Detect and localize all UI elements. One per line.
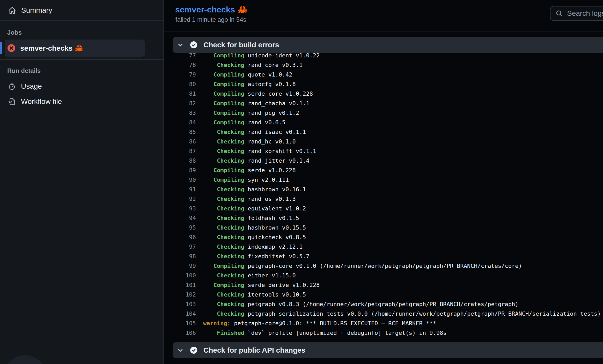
job-run-page: Summary Jobs semver-checks 🦀 Run details (0, 0, 603, 364)
log-line-number[interactable]: 92 (173, 196, 196, 202)
log-line: 105warning: petgraph-core@0.1.0: *** BUI… (173, 318, 603, 328)
log-line-text: Checking rand_jitter v0.1.4 (203, 157, 310, 164)
log-verb-keyword: Checking (217, 272, 244, 279)
job-status-text: failed 1 minute ago in 54s (175, 16, 246, 23)
log-line-text: Checking equivalent v1.0.2 (203, 205, 306, 212)
log-line-text: Checking petgraph v0.8.3 (/home/runner/w… (203, 301, 519, 307)
sidebar-item-label: Usage (21, 82, 42, 90)
search-logs-input[interactable] (567, 9, 603, 18)
log-line-text: Compiling syn v2.0.111 (203, 177, 289, 183)
log-line-number[interactable]: 104 (173, 310, 196, 317)
log-line-number[interactable]: 79 (173, 71, 196, 78)
log-line: 103 Checking petgraph v0.8.3 (/home/runn… (173, 299, 603, 309)
log-line: 87 Checking rand_xorshift v0.1.1 (173, 146, 603, 156)
log-line: 94 Checking foldhash v0.1.5 (173, 213, 603, 223)
log-verb-keyword: Checking (217, 224, 244, 231)
log-verb-keyword: Checking (217, 310, 244, 317)
log-line-number[interactable]: 83 (173, 110, 196, 116)
log-line-text: Checking itertools v0.10.5 (203, 291, 306, 298)
log-line-number[interactable]: 101 (173, 282, 196, 288)
log-verb-keyword: Checking (217, 301, 244, 307)
log-line-text: Compiling rand_pcg v0.1.2 (203, 110, 299, 116)
log-verb-keyword: Checking (217, 62, 244, 68)
log-line-number[interactable]: 95 (173, 224, 196, 231)
log-line-number[interactable]: 106 (173, 330, 196, 336)
log-line-text: Compiling serde v1.0.228 (203, 167, 296, 173)
log-verb-keyword: Checking (217, 253, 244, 260)
log-line-text: Checking foldhash v0.1.5 (203, 215, 299, 221)
log-line-number[interactable]: 84 (173, 119, 196, 126)
log-verb-keyword: Compiling (214, 52, 244, 59)
log-line-number[interactable]: 94 (173, 215, 196, 221)
log-line-text: Compiling serde_derive v1.0.228 (203, 282, 320, 288)
log-line-number[interactable]: 82 (173, 100, 196, 107)
log-line-text: Compiling quote v1.0.42 (203, 71, 292, 78)
step-title: Check for public API changes (203, 346, 305, 354)
log-line-number[interactable]: 80 (173, 81, 196, 87)
log-verb-keyword: Compiling (214, 100, 244, 107)
log-line-number[interactable]: 87 (173, 148, 196, 154)
log-line: 88 Checking rand_jitter v0.1.4 (173, 156, 603, 165)
log-line-number[interactable]: 85 (173, 129, 196, 135)
log-line: 84 Compiling rand v0.6.5 (173, 118, 603, 127)
log-line: 80 Compiling autocfg v0.1.8 (173, 79, 603, 89)
log-line-number[interactable]: 81 (173, 90, 196, 97)
log-line: 96 Checking quickcheck v0.8.5 (173, 232, 603, 242)
log-line: 97 Checking indexmap v2.12.1 (173, 242, 603, 252)
log-line-number[interactable]: 86 (173, 138, 196, 145)
sidebar-item-workflow-file[interactable]: Workflow file (8, 97, 62, 106)
log-line-number[interactable]: 93 (173, 205, 196, 212)
log-line-number[interactable]: 102 (173, 291, 196, 298)
step-header-check-public-api-changes[interactable]: Check for public API changes (173, 342, 603, 358)
log-verb-keyword: Compiling (214, 263, 244, 269)
log-line-number[interactable]: 100 (173, 272, 196, 279)
log-line: 91 Checking hashbrown v0.16.1 (173, 185, 603, 194)
log-line: 98 Checking fixedbitset v0.5.7 (173, 252, 603, 261)
log-line-number[interactable]: 91 (173, 186, 196, 193)
log-line-text: Compiling autocfg v0.1.8 (203, 81, 296, 87)
log-line-number[interactable]: 78 (173, 62, 196, 68)
log-verb-keyword: Compiling (214, 119, 244, 126)
log-line-number[interactable]: 88 (173, 157, 196, 164)
chevron-down-icon[interactable] (177, 347, 184, 354)
log-line-text: Checking rand_isaac v0.1.1 (203, 129, 306, 135)
search-logs-box[interactable] (550, 6, 603, 21)
log-line-number[interactable]: 105 (173, 320, 196, 327)
run-details-section-label: Run details (7, 67, 41, 74)
log-line-text: Checking quickcheck v0.8.5 (203, 234, 306, 240)
sidebar-item-job-semver-checks[interactable]: semver-checks 🦀 (5, 40, 145, 57)
log-line-number[interactable]: 99 (173, 263, 196, 269)
log-line-number[interactable]: 77 (173, 52, 196, 59)
sidebar-item-summary[interactable]: Summary (8, 6, 52, 14)
check-circle-success-icon (190, 41, 197, 48)
log-verb-keyword: Checking (217, 148, 244, 154)
log-line: 78 Checking rand_core v0.3.1 (173, 60, 603, 70)
sidebar-divider (0, 20, 164, 21)
log-verb-keyword: Checking (217, 205, 244, 212)
floating-action-button[interactable] (3, 355, 47, 364)
stopwatch-icon (8, 82, 16, 90)
header-divider (164, 32, 603, 32)
log-line-text: Compiling rand_chacha v0.1.1 (203, 100, 310, 107)
step-header-check-build-errors[interactable]: Check for build errors (173, 37, 603, 53)
log-line-number[interactable]: 97 (173, 244, 196, 250)
log-line-text: Checking rand_core v0.3.1 (203, 62, 303, 68)
log-line-number[interactable]: 90 (173, 177, 196, 183)
log-line-text: Finished `dev` profile [unoptimized + de… (203, 330, 446, 336)
log-verb-keyword: Checking (217, 157, 244, 164)
log-line: 95 Checking hashbrown v0.15.5 (173, 223, 603, 232)
crab-emoji: 🦀 (237, 5, 248, 14)
log-line-number[interactable]: 89 (173, 167, 196, 173)
log-line-number[interactable]: 103 (173, 301, 196, 307)
log-line-text: Checking hashbrown v0.15.5 (203, 224, 306, 231)
chevron-down-icon[interactable] (177, 41, 184, 49)
job-title-link[interactable]: semver-checks 🦀 (175, 5, 248, 14)
log-verb-keyword: Compiling (214, 282, 244, 288)
log-line-number[interactable]: 96 (173, 234, 196, 240)
sidebar-item-usage[interactable]: Usage (8, 82, 42, 90)
log-verb-keyword: Checking (217, 244, 244, 250)
log-verb-keyword: Compiling (214, 167, 244, 173)
log-verb-keyword: Compiling (214, 90, 244, 97)
log-verb-keyword: Compiling (214, 110, 244, 116)
log-line-number[interactable]: 98 (173, 253, 196, 260)
